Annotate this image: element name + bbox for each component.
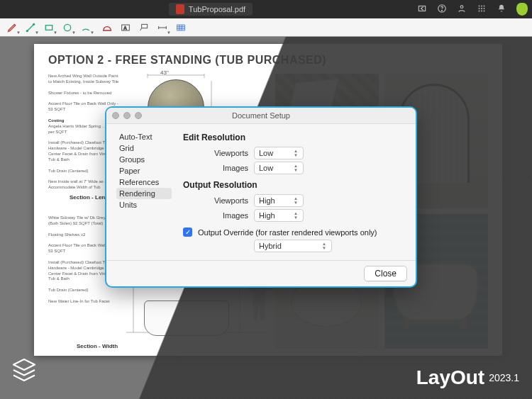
svg-point-16 — [64, 24, 70, 30]
svg-point-8 — [481, 8, 482, 9]
edit-resolution-heading: Edit Resolution — [183, 133, 406, 142]
section-label-width: Section - Width — [77, 343, 118, 349]
help-icon[interactable] — [437, 4, 447, 15]
page-title: OPTION 2 - FREE STANDING (TUB PURCHASED) — [34, 44, 502, 72]
svg-point-3 — [460, 6, 463, 9]
bug-icon[interactable] — [516, 3, 528, 16]
svg-rect-15 — [45, 25, 52, 30]
sidebar-item-groups[interactable]: Groups — [116, 154, 172, 165]
svg-rect-0 — [419, 6, 425, 11]
tool-arc[interactable]: ▼ — [78, 21, 94, 35]
brand-name: LayOut — [416, 366, 484, 389]
menubar-right — [417, 3, 528, 16]
output-images-label: Images — [183, 211, 248, 220]
tool-circle[interactable]: ▼ — [60, 21, 75, 35]
apps-grid-icon[interactable] — [477, 4, 487, 15]
svg-text:A: A — [123, 25, 127, 30]
svg-point-12 — [484, 11, 485, 12]
edit-viewports-label: Viewports — [183, 149, 248, 157]
notifications-icon[interactable] — [497, 4, 506, 15]
sidebar-item-references[interactable]: References — [116, 176, 172, 188]
tool-rectangle[interactable]: ▼ — [41, 21, 57, 35]
svg-rect-20 — [177, 25, 185, 30]
svg-point-11 — [481, 11, 482, 12]
app-menubar: TubProposal.pdf — [0, 0, 532, 18]
dialog-main: Edit Resolution Viewports Low▲▼ Images L… — [183, 131, 406, 254]
tub-plan — [144, 300, 229, 336]
output-resolution-heading: Output Resolution — [183, 180, 406, 190]
layout-logo-icon — [10, 356, 38, 386]
pdf-icon — [176, 4, 184, 14]
svg-point-7 — [479, 8, 480, 9]
dialog-title: Document Setup — [106, 111, 416, 120]
svg-point-5 — [481, 6, 482, 7]
svg-point-4 — [479, 6, 480, 7]
edit-viewports-select[interactable]: Low▲▼ — [254, 147, 304, 159]
sidebar-item-auto-text[interactable]: Auto-Text — [116, 131, 172, 142]
tool-table[interactable] — [173, 21, 189, 35]
svg-point-2 — [442, 10, 443, 11]
sidebar-item-rendering[interactable]: Rendering — [116, 188, 172, 199]
dialog-titlebar[interactable]: Document Setup — [106, 108, 416, 124]
output-override-checkbox[interactable]: ✓ — [183, 227, 192, 237]
toolbar: ▼ ▼ ▼ ▼ ▼ A ▼ — [0, 18, 532, 37]
dialog-sidebar: Auto-Text Grid Groups Paper References R… — [116, 131, 172, 254]
output-override-label: Output Override (for raster rendered vie… — [198, 228, 377, 237]
tool-dimension[interactable]: ▼ — [155, 21, 170, 35]
tool-protractor[interactable] — [99, 21, 115, 35]
account-icon[interactable] — [457, 4, 467, 15]
edit-images-select[interactable]: Low▲▼ — [254, 162, 304, 174]
sidebar-item-paper[interactable]: Paper — [116, 165, 172, 176]
edit-images-label: Images — [183, 164, 248, 172]
brand-text: LayOut 2023.1 — [416, 366, 519, 389]
sidebar-item-units[interactable]: Units — [116, 199, 172, 210]
document-tab-label: TubProposal.pdf — [189, 5, 245, 13]
svg-rect-19 — [142, 24, 148, 28]
dialog-footer: Close — [106, 260, 416, 286]
document-tab[interactable]: TubProposal.pdf — [169, 3, 253, 16]
brand-version: 2023.1 — [489, 372, 519, 383]
output-images-select[interactable]: High▲▼ — [254, 209, 304, 222]
close-button[interactable]: Close — [364, 266, 407, 281]
tool-line[interactable]: ▼ — [23, 21, 38, 35]
sidebar-item-grid[interactable]: Grid — [116, 142, 172, 154]
svg-point-9 — [484, 8, 485, 9]
tool-text[interactable]: A — [118, 21, 133, 35]
document-setup-dialog: Document Setup Auto-Text Grid Groups Pap… — [105, 106, 417, 288]
output-viewports-select[interactable]: High▲▼ — [254, 194, 304, 207]
output-viewports-label: Viewports — [183, 196, 248, 205]
output-override-select[interactable]: Hybrid▲▼ — [254, 240, 332, 252]
tool-pencil[interactable]: ▼ — [4, 21, 20, 35]
svg-point-6 — [484, 6, 485, 7]
tool-label[interactable] — [136, 21, 152, 35]
share-icon[interactable] — [417, 4, 427, 15]
svg-point-10 — [479, 11, 480, 12]
